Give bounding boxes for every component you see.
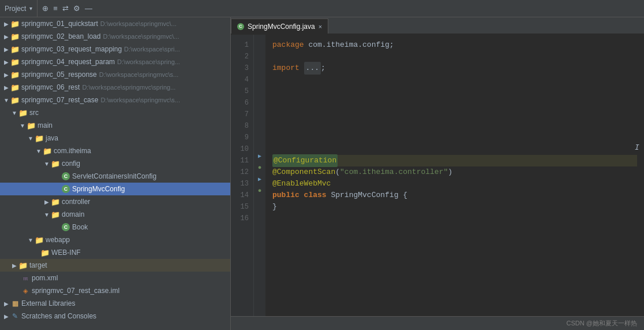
bottom-right: CSDN @她和夏天一样热 — [567, 319, 637, 328]
sidebar-item-scratches[interactable]: ▶ ✎ Scratches and Consoles — [0, 310, 230, 322]
path-springmvc01: D:\workspace\springmvc\... — [100, 20, 177, 27]
code-line-8 — [272, 120, 637, 132]
sidebar-item-webapp[interactable]: ▼ 📁 webapp — [0, 233, 230, 246]
label-springmvc-config: SpringMvcConfig — [72, 185, 125, 193]
label-springmvc01: springmvc_01_quickstart — [21, 20, 98, 28]
module-icon-04: 📁 — [10, 57, 20, 66]
label-springmvc02: springmvc_02_bean_load — [21, 32, 100, 40]
scope-icon[interactable]: ⊕ — [42, 4, 48, 13]
code-line-13: @EnableWebMvc — [272, 178, 637, 190]
bottom-bar: CSDN @她和夏天一样热 — [231, 316, 644, 330]
code-line-14: public class SpringMvcConfig { — [272, 190, 637, 201]
arrow-domain: ▼ — [43, 212, 51, 218]
top-toolbar: Project ▾ ⊕ ≡ ⇄ ⚙ — — [0, 0, 644, 17]
external-lib-icon: ▦ — [10, 299, 20, 308]
line-numbers: 1 2 3 4 5 6 7 8 9 10 11 12 13 14 15 16 — [231, 35, 254, 316]
code-line-1: package com.itheima.config; — [272, 39, 637, 51]
code-line-7 — [272, 109, 637, 120]
sidebar-item-main[interactable]: ▼ 📁 main — [0, 119, 230, 132]
code-editor[interactable]: 1 2 3 4 5 6 7 8 9 10 11 12 13 14 15 16 — [231, 35, 644, 316]
gutter-bookmark-14[interactable]: ● — [254, 185, 265, 196]
label-scratches: Scratches and Consoles — [21, 312, 96, 320]
project-sidebar[interactable]: ▶ 📁 springmvc_01_quickstart D:\workspace… — [0, 17, 231, 330]
gutter-fold-11[interactable]: ▶ — [254, 150, 265, 162]
toolbar-icons: ⊕ ≡ ⇄ ⚙ — — [38, 4, 97, 13]
watermark-text: CSDN @她和夏天一样热 — [567, 319, 637, 328]
annotation-componentscan: @ComponentScan — [272, 166, 335, 178]
sidebar-item-springmvc07[interactable]: ▼ 📁 springmvc_07_rest_case D:\workspace\… — [0, 94, 230, 106]
sidebar-item-springmvc05[interactable]: ▶ 📁 springmvc_05_response D:\workspace\s… — [0, 68, 230, 81]
tab-class-icon: C — [237, 23, 244, 30]
folder-icon-src: 📁 — [18, 108, 28, 117]
path-springmvc02: D:\workspace\springmvc\... — [103, 33, 179, 40]
label-springmvc05: springmvc_05_response — [21, 71, 97, 79]
annotation-configuration: @Configuration — [272, 154, 338, 167]
minimize-icon[interactable]: — — [85, 4, 92, 13]
keyword-import: import — [272, 62, 304, 74]
path-springmvc06: D:\workspace\springmvc\spring... — [82, 84, 175, 91]
sidebar-item-src[interactable]: ▼ 📁 src — [0, 106, 230, 119]
path-springmvc07: D:\workspace\springmvc\s... — [100, 97, 180, 103]
module-icon-06: 📁 — [10, 83, 20, 92]
label-webapp: webapp — [46, 236, 70, 244]
arrow-external: ▶ — [2, 301, 10, 307]
sidebar-item-springmvc02[interactable]: ▶ 📁 springmvc_02_bean_load D:\workspace\… — [0, 30, 230, 43]
arrow-com-itheima: ▼ — [35, 148, 43, 154]
sidebar-item-config[interactable]: ▼ 📁 config — [0, 157, 230, 170]
collapse-icon[interactable]: ⇄ — [62, 4, 69, 13]
arrow-springmvc07: ▼ — [2, 97, 10, 103]
code-content[interactable]: package com.itheima.config; import ...; — [265, 35, 644, 316]
code-line-6 — [272, 97, 637, 109]
label-target: target — [29, 261, 47, 269]
sidebar-item-target[interactable]: ▶ 📁 target — [0, 259, 230, 272]
folder-icon-webapp: 📁 — [35, 235, 44, 244]
keyword-class: class — [304, 190, 331, 201]
label-iml: springmvc_07_rest_case.iml — [32, 287, 119, 295]
sidebar-item-iml[interactable]: ◈ springmvc_07_rest_case.iml — [0, 284, 230, 297]
sidebar-item-com-itheima[interactable]: ▼ 📁 com.itheima — [0, 144, 230, 157]
sidebar-item-pom[interactable]: 𝔪 pom.xml — [0, 272, 230, 284]
sidebar-item-springmvc03[interactable]: ▶ 📁 springmvc_03_request_mapping D:\work… — [0, 43, 230, 55]
project-dropdown-arrow[interactable]: ▾ — [29, 5, 32, 12]
tab-close-button[interactable]: × — [319, 23, 322, 30]
sidebar-item-servlet-config[interactable]: C ServletContainersInitConfig — [0, 170, 230, 183]
keyword-public: public — [272, 190, 304, 201]
label-springmvc03: springmvc_03_request_mapping — [21, 45, 122, 53]
path-springmvc03: D:\workspace\spri... — [124, 46, 180, 53]
sidebar-item-external-libraries[interactable]: ▶ ▦ External Libraries — [0, 297, 230, 310]
project-label: Project — [5, 5, 26, 13]
arrow-springmvc03: ▶ — [2, 46, 10, 53]
sidebar-item-springmvc-config[interactable]: C SpringMvcConfig — [0, 183, 230, 195]
sidebar-item-webinf[interactable]: 📁 WEB-INF — [0, 246, 230, 259]
sidebar-item-springmvc01[interactable]: ▶ 📁 springmvc_01_quickstart D:\workspace… — [0, 17, 230, 30]
label-external-libraries: External Libraries — [21, 299, 75, 307]
sidebar-item-springmvc06[interactable]: ▶ 📁 springmvc_06_rest D:\workspace\sprin… — [0, 81, 230, 94]
package-icon-com-itheima: 📁 — [43, 146, 52, 155]
arrow-controller: ▶ — [43, 199, 51, 205]
xml-icon-pom: 𝔪 — [21, 273, 30, 283]
arrow-config: ▼ — [43, 161, 51, 167]
iml-icon: ◈ — [21, 286, 30, 295]
label-springmvc07: springmvc_07_rest_case — [21, 96, 98, 104]
gutter-fold-13[interactable]: ▶ — [254, 173, 265, 185]
code-line-15: } — [272, 201, 637, 213]
tab-springmvc-config[interactable]: C SpringMvcConfig.java × — [231, 18, 328, 34]
package-icon-config: 📁 — [51, 159, 60, 168]
sidebar-item-java[interactable]: ▼ 📁 java — [0, 132, 230, 144]
scratches-icon: ✎ — [10, 312, 20, 321]
label-domain: domain — [62, 210, 84, 218]
module-icon-01: 📁 — [10, 19, 20, 28]
arrow-springmvc02: ▶ — [2, 34, 10, 40]
sidebar-item-book[interactable]: C Book — [0, 221, 230, 233]
layout-icon[interactable]: ≡ — [53, 4, 58, 13]
arrow-scratches: ▶ — [2, 313, 10, 320]
label-src: src — [29, 109, 39, 117]
sidebar-item-springmvc04[interactable]: ▶ 📁 springmvc_04_request_param D:\worksp… — [0, 55, 230, 68]
editor-area: C SpringMvcConfig.java × 1 2 3 4 5 6 7 8… — [231, 17, 644, 330]
gutter-bookmark-12[interactable]: ● — [254, 162, 265, 173]
settings-icon[interactable]: ⚙ — [73, 4, 80, 13]
project-panel-header[interactable]: Project ▾ — [0, 0, 38, 17]
code-line-9 — [272, 132, 637, 143]
sidebar-item-controller[interactable]: ▶ 📁 controller — [0, 195, 230, 208]
sidebar-item-domain[interactable]: ▼ 📁 domain — [0, 208, 230, 221]
